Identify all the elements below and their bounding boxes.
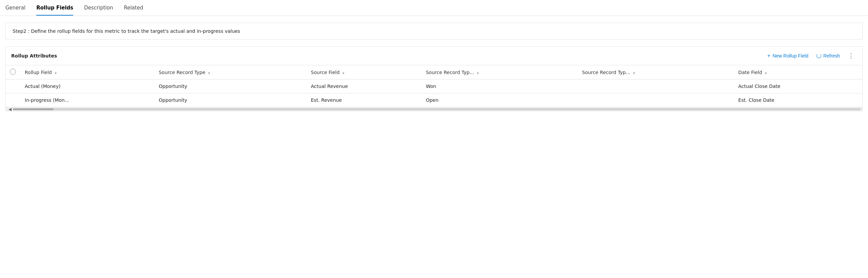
sort-icon-date-field: ∨	[765, 71, 767, 75]
scrollbar-thumb[interactable]	[13, 108, 54, 110]
cell-source-record-type-0: Opportunity	[154, 79, 307, 93]
scrollbar-track[interactable]	[13, 108, 861, 110]
tab-rollup-fields[interactable]: Rollup Fields	[36, 0, 73, 16]
cell-rollup-field-1: In-progress (Mon...	[21, 93, 154, 107]
rollup-attributes-section: Rollup Attributes + New Rollup Field Ref…	[5, 46, 863, 111]
step-description: Step2 : Define the rollup fields for thi…	[5, 23, 863, 40]
cell-checkbox-0	[6, 79, 21, 93]
new-rollup-field-button[interactable]: + New Rollup Field	[765, 51, 811, 60]
col-header-source-record-type[interactable]: Source Record Type ∨	[154, 65, 307, 79]
col-header-checkbox	[6, 65, 21, 79]
header-checkbox-circle[interactable]	[10, 69, 16, 75]
col-header-date-field[interactable]: Date Field ∨	[734, 65, 862, 79]
refresh-label: Refresh	[823, 53, 840, 59]
col-header-source-field-label: Source Field	[311, 70, 340, 75]
section-header: Rollup Attributes + New Rollup Field Ref…	[6, 47, 862, 65]
cell-source-record-typ3-1	[578, 93, 734, 107]
col-header-rollup-field-label: Rollup Field	[25, 70, 52, 75]
section-actions: + New Rollup Field Refresh ⋮	[765, 51, 857, 61]
col-header-rollup-field[interactable]: Rollup Field ∨	[21, 65, 154, 79]
col-header-source-record-typ2-label: Source Record Typ...	[426, 70, 474, 75]
plus-icon: +	[767, 53, 770, 59]
refresh-button[interactable]: Refresh	[814, 52, 843, 60]
col-header-source-record-typ2[interactable]: Source Record Typ... ∨	[422, 65, 578, 79]
tab-description[interactable]: Description	[84, 0, 113, 16]
tab-related[interactable]: Related	[124, 0, 143, 16]
main-content: Step2 : Define the rollup fields for thi…	[0, 16, 868, 111]
refresh-icon	[817, 53, 821, 58]
cell-source-field-0: Actual Revenue	[307, 79, 422, 93]
table-row[interactable]: In-progress (Mon... Opportunity Est. Rev…	[6, 93, 862, 107]
scroll-left-button[interactable]: ◀	[7, 107, 13, 112]
cell-source-field-1: Est. Revenue	[307, 93, 422, 107]
col-header-source-record-type-label: Source Record Type	[159, 70, 205, 75]
cell-date-field-1: Est. Close Date	[734, 93, 862, 107]
cell-source-record-type-1: Opportunity	[154, 93, 307, 107]
cell-source-record-typ2-0: Won	[422, 79, 578, 93]
cell-date-field-0: Actual Close Date	[734, 79, 862, 93]
cell-checkbox-1	[6, 93, 21, 107]
col-header-source-record-typ3[interactable]: Source Record Typ... ∨	[578, 65, 734, 79]
table-row[interactable]: Actual (Money) Opportunity Actual Revenu…	[6, 79, 862, 93]
section-title: Rollup Attributes	[11, 53, 57, 59]
sort-icon-source-record-type: ∨	[208, 71, 210, 75]
cell-source-record-typ3-0	[578, 79, 734, 93]
col-header-date-field-label: Date Field	[738, 70, 762, 75]
sort-icon-rollup-field: ∨	[54, 71, 57, 75]
col-header-source-record-typ3-label: Source Record Typ...	[582, 70, 630, 75]
table-container: Rollup Field ∨ Source Record Type ∨ Sour…	[6, 65, 862, 107]
col-header-source-field[interactable]: Source Field ∨	[307, 65, 422, 79]
horizontal-scrollbar[interactable]: ◀	[6, 107, 862, 111]
sort-icon-source-record-typ2: ∨	[477, 71, 479, 75]
cell-source-record-typ2-1: Open	[422, 93, 578, 107]
tab-general[interactable]: General	[5, 0, 25, 16]
sort-icon-source-field: ∨	[342, 71, 345, 75]
rollup-attributes-table: Rollup Field ∨ Source Record Type ∨ Sour…	[6, 65, 862, 107]
more-options-button[interactable]: ⋮	[845, 51, 857, 61]
tab-bar: General Rollup Fields Description Relate…	[0, 0, 868, 16]
cell-rollup-field-0: Actual (Money)	[21, 79, 154, 93]
sort-icon-source-record-typ3: ∨	[633, 71, 635, 75]
new-rollup-field-label: New Rollup Field	[772, 53, 808, 59]
table-header-row: Rollup Field ∨ Source Record Type ∨ Sour…	[6, 65, 862, 79]
